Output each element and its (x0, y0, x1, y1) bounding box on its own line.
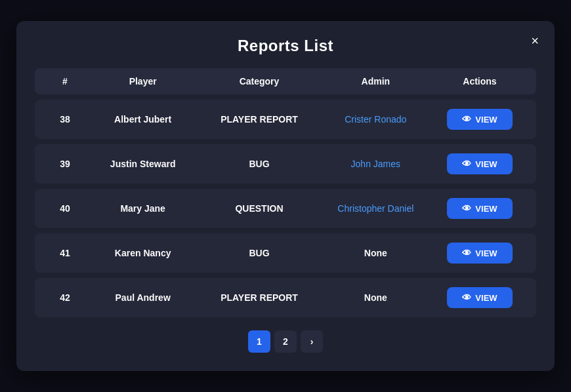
pagination: 1 2 › (35, 330, 536, 353)
row-player: Justin Steward (85, 159, 201, 169)
row-category: PLAYER REPORT (201, 114, 317, 125)
view-button[interactable]: 👁 VIEW (447, 153, 513, 174)
eye-icon: 👁 (462, 203, 471, 214)
table-row: 38 Albert Jubert PLAYER REPORT Crister R… (35, 100, 536, 139)
next-page-button[interactable]: › (301, 330, 323, 353)
row-admin: John James (318, 159, 434, 169)
row-admin: None (318, 292, 434, 303)
row-admin: Crister Ronado (318, 114, 434, 125)
eye-icon: 👁 (462, 114, 471, 125)
row-player: Mary Jane (85, 203, 201, 214)
row-category: PLAYER REPORT (201, 292, 317, 303)
table-row: 39 Justin Steward BUG John James 👁 VIEW (35, 144, 536, 184)
row-actions: 👁 VIEW (434, 153, 526, 174)
row-category: BUG (201, 159, 317, 169)
eye-icon: 👁 (462, 292, 471, 303)
row-id: 41 (45, 248, 85, 258)
table-row: 41 Karen Nancy BUG None 👁 VIEW (35, 233, 536, 273)
row-player: Paul Andrew (85, 292, 201, 303)
row-actions: 👁 VIEW (434, 287, 526, 308)
row-id: 39 (45, 159, 85, 169)
view-button[interactable]: 👁 VIEW (447, 287, 513, 308)
eye-icon: 👁 (462, 248, 471, 258)
modal-overlay: × Reports List # Player Category Admin A… (0, 0, 571, 392)
row-admin: None (318, 248, 434, 258)
row-actions: 👁 VIEW (434, 109, 526, 130)
eye-icon: 👁 (462, 159, 471, 169)
page-1-button[interactable]: 1 (248, 330, 270, 353)
row-category: QUESTION (201, 203, 317, 214)
row-actions: 👁 VIEW (434, 243, 526, 264)
row-actions: 👁 VIEW (434, 198, 526, 219)
view-button[interactable]: 👁 VIEW (447, 198, 513, 219)
view-label: VIEW (475, 115, 497, 125)
header-actions: Actions (434, 76, 526, 87)
modal-title: Reports List (35, 37, 536, 55)
row-id: 40 (45, 203, 85, 214)
reports-table: # Player Category Admin Actions 38 Alber… (35, 68, 536, 317)
close-button[interactable]: × (527, 31, 543, 50)
row-admin: Christopher Daniel (318, 203, 434, 214)
reports-modal: × Reports List # Player Category Admin A… (16, 21, 555, 371)
view-label: VIEW (475, 204, 497, 214)
header-admin: Admin (318, 76, 434, 87)
row-category: BUG (201, 248, 317, 258)
view-label: VIEW (475, 293, 497, 303)
row-player: Karen Nancy (85, 248, 201, 258)
view-label: VIEW (475, 248, 497, 258)
header-category: Category (201, 76, 317, 87)
row-id: 38 (45, 114, 85, 125)
view-button[interactable]: 👁 VIEW (447, 109, 513, 130)
header-num: # (45, 76, 85, 87)
table-row: 40 Mary Jane QUESTION Christopher Daniel… (35, 189, 536, 228)
table-header: # Player Category Admin Actions (35, 68, 536, 94)
table-row: 42 Paul Andrew PLAYER REPORT None 👁 VIEW (35, 278, 536, 317)
row-player: Albert Jubert (85, 114, 201, 125)
row-id: 42 (45, 292, 85, 303)
view-label: VIEW (475, 159, 497, 169)
view-button[interactable]: 👁 VIEW (447, 243, 513, 264)
page-2-button[interactable]: 2 (274, 330, 297, 353)
header-player: Player (85, 76, 201, 87)
